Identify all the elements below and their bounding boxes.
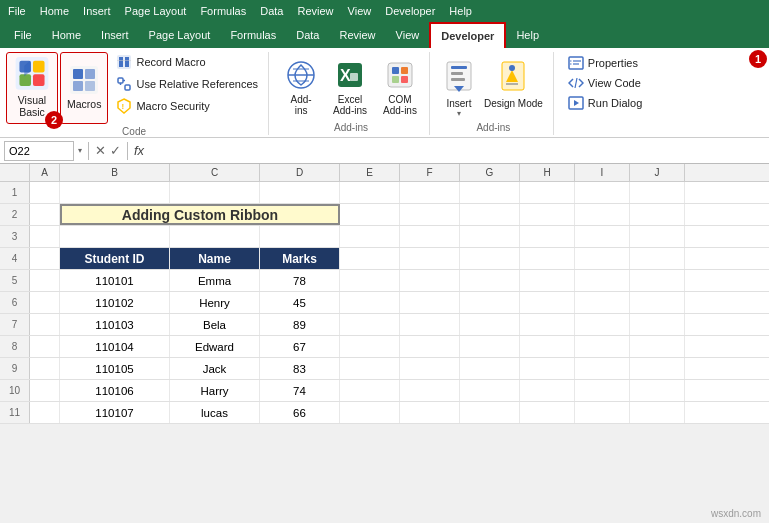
cell-f7[interactable] <box>400 314 460 335</box>
cell-f4[interactable] <box>400 248 460 269</box>
cell-g2[interactable] <box>460 204 520 225</box>
cell-g10[interactable] <box>460 380 520 401</box>
cell-j3[interactable] <box>630 226 685 247</box>
tab-developer[interactable]: Developer <box>429 22 506 48</box>
tab-data[interactable]: Data <box>286 22 329 48</box>
cell-b4-header[interactable]: Student ID <box>60 248 170 269</box>
cell-c3[interactable] <box>170 226 260 247</box>
cell-b9[interactable]: 110105 <box>60 358 170 379</box>
cell-f11[interactable] <box>400 402 460 423</box>
view-code-button[interactable]: View Code <box>566 74 644 92</box>
cell-a10[interactable] <box>30 380 60 401</box>
cell-g5[interactable] <box>460 270 520 291</box>
cell-h4[interactable] <box>520 248 575 269</box>
cell-h5[interactable] <box>520 270 575 291</box>
cell-title[interactable]: Adding Custom Ribbon <box>60 204 340 225</box>
cell-e3[interactable] <box>340 226 400 247</box>
use-relative-refs-button[interactable]: Use Relative References <box>112 74 262 94</box>
cell-a9[interactable] <box>30 358 60 379</box>
name-box[interactable]: O22 <box>4 141 74 161</box>
insert-button[interactable]: Insert ▾ <box>442 58 476 120</box>
cell-i5[interactable] <box>575 270 630 291</box>
cell-e4[interactable] <box>340 248 400 269</box>
cell-c6[interactable]: Henry <box>170 292 260 313</box>
cell-e9[interactable] <box>340 358 400 379</box>
cell-c5[interactable]: Emma <box>170 270 260 291</box>
cell-f9[interactable] <box>400 358 460 379</box>
cell-c1[interactable] <box>170 182 260 203</box>
cell-g6[interactable] <box>460 292 520 313</box>
cell-d9[interactable]: 83 <box>260 358 340 379</box>
cell-d11[interactable]: 66 <box>260 402 340 423</box>
cell-d8[interactable]: 67 <box>260 336 340 357</box>
tab-insert[interactable]: Insert <box>91 22 139 48</box>
cell-c11[interactable]: lucas <box>170 402 260 423</box>
cell-e11[interactable] <box>340 402 400 423</box>
menu-home[interactable]: Home <box>40 5 69 17</box>
properties-button[interactable]: Properties <box>566 54 644 72</box>
tab-help[interactable]: Help <box>506 22 549 48</box>
cell-c9[interactable]: Jack <box>170 358 260 379</box>
tab-page-layout[interactable]: Page Layout <box>139 22 221 48</box>
cell-a8[interactable] <box>30 336 60 357</box>
cell-c10[interactable]: Harry <box>170 380 260 401</box>
menu-insert[interactable]: Insert <box>83 5 111 17</box>
macro-security-button[interactable]: ! Macro Security <box>112 96 262 116</box>
cell-i4[interactable] <box>575 248 630 269</box>
cell-i2[interactable] <box>575 204 630 225</box>
cell-i9[interactable] <box>575 358 630 379</box>
cell-f10[interactable] <box>400 380 460 401</box>
cell-d10[interactable]: 74 <box>260 380 340 401</box>
cell-e8[interactable] <box>340 336 400 357</box>
cell-i8[interactable] <box>575 336 630 357</box>
cell-f3[interactable] <box>400 226 460 247</box>
cell-g11[interactable] <box>460 402 520 423</box>
cell-a2[interactable] <box>30 204 60 225</box>
cell-d1[interactable] <box>260 182 340 203</box>
excel-addins-button[interactable]: X ExcelAdd-ins <box>329 55 371 120</box>
cell-j5[interactable] <box>630 270 685 291</box>
cell-a4[interactable] <box>30 248 60 269</box>
cell-c8[interactable]: Edward <box>170 336 260 357</box>
cell-g3[interactable] <box>460 226 520 247</box>
cell-i3[interactable] <box>575 226 630 247</box>
cell-b3[interactable] <box>60 226 170 247</box>
cell-b10[interactable]: 110106 <box>60 380 170 401</box>
tab-formulas[interactable]: Formulas <box>220 22 286 48</box>
com-addins-button[interactable]: COMAdd-ins <box>379 55 421 120</box>
menu-view[interactable]: View <box>348 5 372 17</box>
cell-a1[interactable] <box>30 182 60 203</box>
cell-h9[interactable] <box>520 358 575 379</box>
design-mode-button[interactable]: Design Mode <box>482 58 545 111</box>
cell-a11[interactable] <box>30 402 60 423</box>
cell-e1[interactable] <box>340 182 400 203</box>
cell-j2[interactable] <box>630 204 685 225</box>
cell-j11[interactable] <box>630 402 685 423</box>
menu-help[interactable]: Help <box>449 5 472 17</box>
cell-f8[interactable] <box>400 336 460 357</box>
cell-d7[interactable]: 89 <box>260 314 340 335</box>
cell-a7[interactable] <box>30 314 60 335</box>
cell-i11[interactable] <box>575 402 630 423</box>
cell-a3[interactable] <box>30 226 60 247</box>
cell-g4[interactable] <box>460 248 520 269</box>
cell-c4-header[interactable]: Name <box>170 248 260 269</box>
tab-home[interactable]: Home <box>42 22 91 48</box>
cell-i7[interactable] <box>575 314 630 335</box>
cell-h2[interactable] <box>520 204 575 225</box>
cell-i6[interactable] <box>575 292 630 313</box>
cell-a5[interactable] <box>30 270 60 291</box>
menu-data[interactable]: Data <box>260 5 283 17</box>
name-box-dropdown[interactable]: ▾ <box>78 146 82 155</box>
cell-h8[interactable] <box>520 336 575 357</box>
cell-h10[interactable] <box>520 380 575 401</box>
cell-b5[interactable]: 110101 <box>60 270 170 291</box>
addins-button[interactable]: Add-ins <box>281 55 321 120</box>
cell-g9[interactable] <box>460 358 520 379</box>
cell-b1[interactable] <box>60 182 170 203</box>
cell-h3[interactable] <box>520 226 575 247</box>
cell-g7[interactable] <box>460 314 520 335</box>
menu-page-layout[interactable]: Page Layout <box>125 5 187 17</box>
tab-review[interactable]: Review <box>329 22 385 48</box>
cell-c7[interactable]: Bela <box>170 314 260 335</box>
